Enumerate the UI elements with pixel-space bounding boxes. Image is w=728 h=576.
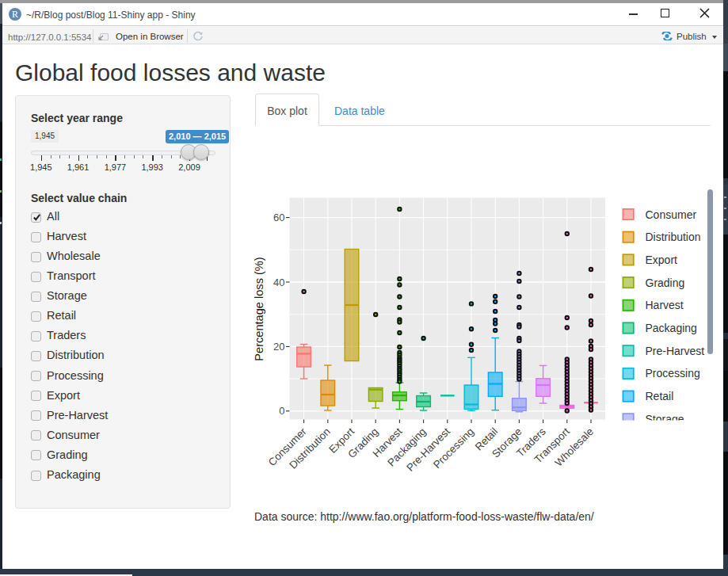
svg-text:Storage: Storage xyxy=(646,413,684,425)
svg-text:Pre-Harvest: Pre-Harvest xyxy=(646,345,705,357)
svg-text:Harvest: Harvest xyxy=(646,299,684,311)
svg-text:Retail: Retail xyxy=(646,390,674,402)
svg-text:Export: Export xyxy=(646,254,678,266)
svg-text:20: 20 xyxy=(273,341,284,353)
svg-text:Processing: Processing xyxy=(646,367,700,380)
svg-text:Packaging: Packaging xyxy=(646,322,697,334)
svg-text:60: 60 xyxy=(273,212,284,223)
svg-text:Grading: Grading xyxy=(646,277,685,289)
svg-text:Percentage loss (%): Percentage loss (%) xyxy=(253,257,265,360)
svg-text:Distribution: Distribution xyxy=(646,231,701,243)
svg-text:Consumer: Consumer xyxy=(646,208,697,221)
svg-text:0: 0 xyxy=(279,405,284,417)
svg-text:40: 40 xyxy=(273,277,284,288)
